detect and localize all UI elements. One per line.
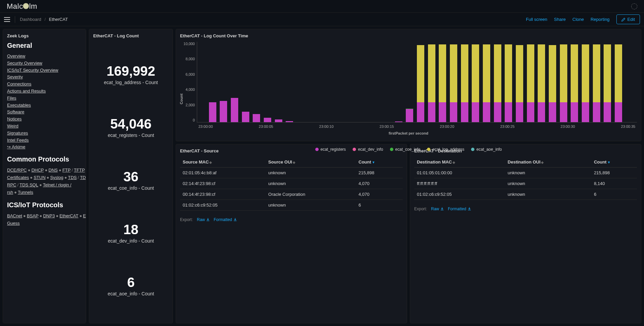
chart-bar[interactable] xyxy=(472,44,479,122)
chart-bar[interactable] xyxy=(264,118,271,122)
y-tick: 6,000 xyxy=(185,72,195,76)
sidebar-link[interactable]: Software xyxy=(7,109,24,114)
export-raw-link[interactable]: Raw xyxy=(197,217,210,222)
metric-value: 54,046 xyxy=(93,117,169,131)
table-row[interactable]: 01:02:c6:c9:52:05unknown6 xyxy=(180,200,403,211)
sidebar-link[interactable]: Executables xyxy=(7,103,31,108)
chart-bar[interactable] xyxy=(571,44,578,122)
chart-bar[interactable] xyxy=(593,44,600,122)
protocol-link[interactable]: TDS xyxy=(68,175,77,180)
chart-bar[interactable] xyxy=(406,109,413,122)
chart-plot[interactable] xyxy=(197,42,637,122)
export-label: Export: xyxy=(180,217,193,222)
table-row[interactable]: 01:01:05:01:00:00unknown215,898 xyxy=(414,168,637,178)
breadcrumb-root[interactable]: Dashboard xyxy=(20,17,41,22)
chart-bar[interactable] xyxy=(275,119,282,122)
chart-bar[interactable] xyxy=(450,44,457,122)
col-dest-oui[interactable]: Destination OUI◆ xyxy=(505,157,591,168)
x-axis-label: firstPacket per second xyxy=(180,131,637,135)
chart-bar[interactable] xyxy=(582,44,589,122)
legend-item[interactable]: ecat_registers xyxy=(315,147,346,152)
chart-bar[interactable] xyxy=(242,112,249,122)
legend-item[interactable]: ecat_aoe_info xyxy=(471,147,502,152)
chart-bar[interactable] xyxy=(220,101,227,122)
menu-toggle-icon[interactable] xyxy=(4,17,10,22)
protocol-link[interactable]: BACnet xyxy=(7,213,22,218)
chart-bar[interactable] xyxy=(516,45,523,122)
protocol-link[interactable]: DNS xyxy=(48,168,58,173)
legend-item[interactable]: ecat_coe_info xyxy=(390,147,421,152)
cell-oui: Oracle Corporation xyxy=(265,189,356,200)
chart-bar[interactable] xyxy=(560,44,567,122)
protocol-link[interactable]: TFTP xyxy=(74,168,85,173)
export-formatted-link[interactable]: Formatted xyxy=(448,207,471,211)
table-row[interactable]: 02:14:4f:23:98:cfunknown4,070 xyxy=(180,178,403,189)
chart-bar[interactable] xyxy=(417,45,424,122)
chart-bar[interactable] xyxy=(253,114,260,122)
edit-button[interactable]: Edit xyxy=(616,14,640,24)
sidebar-link[interactable]: ICS/IoT Security Overview xyxy=(7,68,58,73)
sidebar-link[interactable]: ↪ Arkime xyxy=(7,144,25,149)
panel-title: EtherCAT - Log Count xyxy=(93,33,169,38)
table-row[interactable]: 02:01:05:4c:b8:afunknown215,898 xyxy=(180,168,403,178)
sidebar-link[interactable]: Intel Feeds xyxy=(7,138,29,143)
protocol-link[interactable]: TDS SQL xyxy=(20,182,38,187)
cell-oui: unknown xyxy=(265,168,356,178)
col-count[interactable]: Count▼ xyxy=(356,157,403,168)
export-formatted-link[interactable]: Formatted xyxy=(214,217,237,222)
chart-bar[interactable] xyxy=(494,44,501,122)
sidebar-link[interactable]: Security Overview xyxy=(7,61,42,66)
chart-bar[interactable] xyxy=(538,44,545,122)
sidebar-link[interactable]: Severity xyxy=(7,74,23,79)
chart-bar[interactable] xyxy=(231,98,238,122)
sidebar-link[interactable]: Connections xyxy=(7,81,31,86)
protocol-link[interactable]: FTP xyxy=(62,168,71,173)
protocol-link[interactable]: EtherCAT xyxy=(60,213,78,218)
help-icon[interactable] xyxy=(631,3,637,9)
chart-bar[interactable] xyxy=(286,121,293,122)
protocol-link[interactable]: EtherNet/IP xyxy=(83,213,86,218)
table-row[interactable]: 01:02:c6:c9:52:05unknown6 xyxy=(414,189,637,200)
chart-bar[interactable] xyxy=(549,45,556,122)
protocol-link[interactable]: BSAP xyxy=(27,213,39,218)
col-source-oui[interactable]: Source OUI◆ xyxy=(265,157,356,168)
cell-oui: unknown xyxy=(505,189,591,200)
col-dest-mac[interactable]: Destination MAC◆ xyxy=(414,157,505,168)
chart-bar[interactable] xyxy=(505,44,512,122)
logo-text-1: Malc xyxy=(7,2,23,10)
sidebar-link[interactable]: Signatures xyxy=(7,131,28,136)
chart-bar[interactable] xyxy=(604,44,611,122)
sidebar-link[interactable]: Overview xyxy=(7,53,25,59)
chart-bar[interactable] xyxy=(209,102,216,122)
legend-item[interactable]: ecat_dev_info xyxy=(353,147,383,152)
legend-label: ecat_coe_info xyxy=(395,147,421,152)
panel-title: EtherCAT - Log Count Over Time xyxy=(180,33,637,38)
chart-bar[interactable] xyxy=(439,44,446,122)
protocol-link[interactable]: DNP3 xyxy=(43,213,55,218)
col-source-mac[interactable]: Source MAC◆ xyxy=(180,157,265,168)
clone-link[interactable]: Clone xyxy=(572,17,584,22)
fullscreen-link[interactable]: Full screen xyxy=(526,17,547,22)
export-raw-link[interactable]: Raw xyxy=(431,207,444,211)
share-link[interactable]: Share xyxy=(554,17,566,22)
protocol-link[interactable]: DHCP xyxy=(31,168,44,173)
sidebar-link[interactable]: Notices xyxy=(7,116,22,121)
col-count[interactable]: Count▼ xyxy=(591,157,637,168)
protocol-link[interactable]: Syslog xyxy=(50,175,63,180)
chart-bar[interactable] xyxy=(483,44,490,122)
protocol-link[interactable]: Tunnels xyxy=(18,190,33,195)
sidebar-link[interactable]: Weird xyxy=(7,123,19,129)
table-row[interactable]: ff:ff:ff:ff:ff:ffunknown8,140 xyxy=(414,178,637,189)
sidebar-link[interactable]: Actions and Results xyxy=(7,88,46,94)
legend-item[interactable]: ecat_log_address xyxy=(427,147,464,152)
chart-bar[interactable] xyxy=(615,44,622,122)
protocol-link[interactable]: DCE/RPC xyxy=(7,168,27,173)
chart-bar[interactable] xyxy=(527,44,534,122)
chart-bar[interactable] xyxy=(461,44,468,122)
reporting-link[interactable]: Reporting xyxy=(591,17,609,22)
sidebar-link[interactable]: Files xyxy=(7,96,16,101)
table-row[interactable]: 00:14:4f:23:98:cfOracle Corporation4,070 xyxy=(180,189,403,200)
protocol-link[interactable]: STUN xyxy=(34,175,45,180)
chart-bar[interactable] xyxy=(395,121,402,122)
chart-bar[interactable] xyxy=(428,44,435,122)
